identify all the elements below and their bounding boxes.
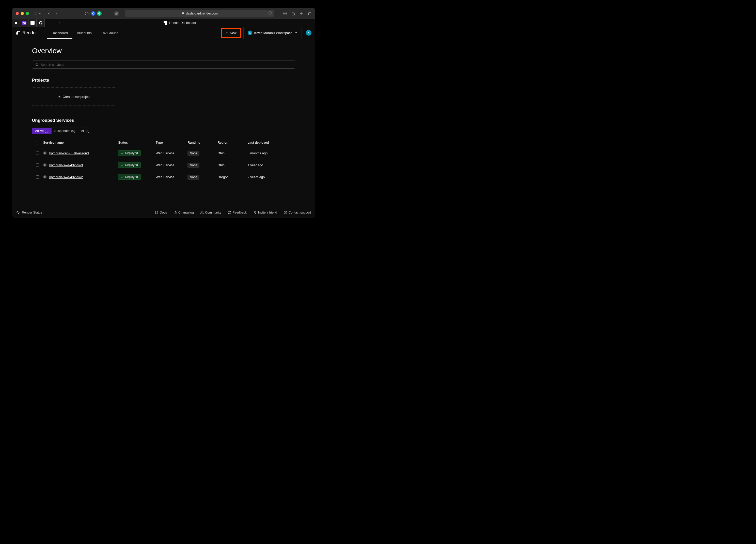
filter-active[interactable]: Active (3) (32, 128, 52, 134)
svg-rect-0 (34, 12, 37, 15)
url-text: dashboard.render.com (186, 12, 218, 15)
extension-blue-icon[interactable]: O (91, 11, 96, 16)
search-box[interactable] (32, 60, 295, 69)
pinned-tab-1[interactable]: ⬢ (12, 19, 20, 27)
tab-title: Render Dashboard (169, 21, 196, 25)
browser-window: O G dashboard.render.com (12, 8, 315, 218)
search-input[interactable] (41, 63, 292, 67)
runtime-badge: Node (187, 175, 199, 180)
runtime-badge: Node (187, 151, 199, 156)
row-checkbox[interactable] (36, 163, 39, 167)
extension-grammarly-icon[interactable]: G (97, 11, 102, 16)
activity-icon (16, 211, 20, 214)
pinned-tab-3[interactable]: ❋ (28, 19, 37, 27)
filter-suspended[interactable]: Suspended (0) (52, 128, 78, 134)
chevron-down-icon (294, 31, 297, 34)
new-tab-icon[interactable] (299, 11, 303, 15)
row-menu-button[interactable]: ⋯ (285, 151, 295, 155)
filter-all[interactable]: All (3) (78, 128, 92, 134)
service-type: Web Service (156, 175, 187, 179)
col-runtime[interactable]: Runtime (187, 141, 217, 144)
back-button[interactable] (47, 11, 51, 15)
plus-icon (58, 95, 61, 98)
last-deployed: 8 months ago (247, 151, 285, 155)
select-all-checkbox[interactable] (36, 141, 39, 144)
forward-button[interactable] (54, 11, 58, 15)
sidebar-toggle-icon[interactable] (34, 11, 38, 15)
reload-icon[interactable] (268, 11, 272, 15)
service-region: Ohio (217, 163, 247, 167)
close-tab-button[interactable]: × (58, 21, 60, 25)
reader-mode-icon[interactable] (114, 11, 119, 16)
last-deployed: a year ago (247, 163, 285, 167)
col-last-deployed[interactable]: Last deployed ↑ (247, 141, 285, 144)
nav-dashboard[interactable]: Dashboard (47, 27, 72, 39)
active-tab[interactable]: Render Dashboard (45, 19, 315, 27)
pinned-tab-2[interactable]: ed (20, 19, 28, 27)
cloud-icon[interactable] (85, 11, 89, 16)
workspace-selector[interactable]: K Kevin Moran's Workspace (243, 27, 302, 39)
browser-tab-bar: ⬢ ed ❋ × Render Dashboard (12, 19, 315, 27)
status-badge: Deployed (118, 150, 141, 156)
new-button[interactable]: New (221, 28, 241, 38)
col-service-name[interactable]: Service name (43, 141, 118, 144)
downloads-icon[interactable] (283, 11, 287, 15)
footer-link-feedback[interactable]: Feedback (228, 211, 247, 214)
service-name-link[interactable]: kpmoran-swe-432-hw3 (49, 163, 83, 167)
lock-icon (182, 12, 184, 15)
service-type: Web Service (156, 163, 187, 167)
row-checkbox[interactable] (36, 175, 39, 179)
page-title: Overview (32, 47, 295, 55)
services-section-title: Ungrouped Services (32, 118, 295, 123)
service-name-link[interactable]: kpmoran-cen-5016-assgn3 (49, 151, 89, 155)
render-logo-icon (16, 30, 20, 35)
footer-link-contact-support[interactable]: Contact support (284, 211, 311, 214)
render-favicon (164, 21, 167, 25)
table-row: kpmoran-swe-432-hw2 Deployed Web Service… (32, 171, 295, 183)
share-icon[interactable] (291, 11, 295, 15)
traffic-lights (16, 12, 29, 15)
app-footer: Render Status DocsChangelogCommunityFeed… (12, 207, 315, 218)
footer-link-community[interactable]: Community (200, 211, 221, 214)
footer-link-changelog[interactable]: Changelog (174, 211, 194, 214)
footer-link-invite-a-friend[interactable]: Invite a friend (253, 211, 277, 214)
svg-line-14 (38, 65, 38, 66)
col-region[interactable]: Region (217, 141, 247, 144)
runtime-badge: Node (187, 163, 199, 168)
table-row: kpmoran-swe-432-hw3 Deployed Web Service… (32, 159, 295, 171)
sort-ascending-icon: ↑ (271, 141, 273, 144)
service-type: Web Service (156, 151, 187, 155)
row-menu-button[interactable]: ⋯ (285, 163, 295, 167)
svg-point-24 (201, 211, 202, 212)
row-menu-button[interactable]: ⋯ (285, 175, 295, 179)
nav-env-groups[interactable]: Env Groups (96, 27, 123, 39)
maximize-window-button[interactable] (26, 12, 29, 15)
nav-blueprints[interactable]: Blueprints (72, 27, 96, 39)
last-deployed: 2 years ago (247, 175, 285, 179)
nav-tabs: Dashboard Blueprints Env Groups (47, 27, 123, 39)
create-project-button[interactable]: Create new project (32, 87, 116, 106)
service-name-link[interactable]: kpmoran-swe-432-hw2 (49, 175, 83, 179)
projects-section-title: Projects (32, 78, 295, 83)
table-row: kpmoran-cen-5016-assgn3 Deployed Web Ser… (32, 147, 295, 159)
tab-group-chevron-icon[interactable] (39, 11, 41, 15)
user-avatar[interactable]: K (306, 30, 311, 36)
close-window-button[interactable] (16, 12, 19, 15)
services-table: Service name Status Type Runtime Region … (32, 138, 295, 183)
brand-name: Render (22, 30, 37, 36)
svg-rect-10 (309, 12, 311, 15)
tab-overview-icon[interactable] (307, 11, 311, 15)
app-header: Render Dashboard Blueprints Env Groups N… (12, 27, 315, 39)
plus-icon (225, 31, 228, 34)
col-status[interactable]: Status (118, 141, 156, 144)
col-type[interactable]: Type (156, 141, 187, 144)
row-checkbox[interactable] (36, 151, 39, 155)
minimize-window-button[interactable] (21, 12, 24, 15)
url-bar[interactable]: dashboard.render.com (125, 10, 274, 17)
brand-logo[interactable]: Render (16, 30, 37, 36)
pinned-tab-github[interactable] (37, 19, 45, 27)
render-status-link[interactable]: Render Status (16, 211, 42, 214)
footer-link-docs[interactable]: Docs (155, 211, 167, 214)
table-header: Service name Status Type Runtime Region … (32, 138, 295, 147)
svg-rect-4 (116, 14, 117, 15)
